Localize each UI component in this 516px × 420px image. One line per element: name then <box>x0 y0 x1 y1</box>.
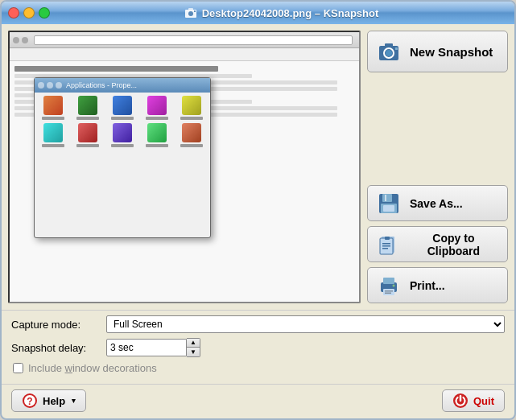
titlebar: Desktop24042008.png – KSnapshot <box>2 2 514 24</box>
svg-rect-17 <box>382 243 390 245</box>
inner-popup-window: Applications - Prope... <box>34 77 211 238</box>
snapshot-delay-label: Snapshot delay: <box>11 342 100 354</box>
grid-icon-1 <box>38 96 69 120</box>
save-as-button[interactable]: Save As... <box>367 185 508 221</box>
app-icon <box>78 96 97 115</box>
inner-window-title: Applications - Prope... <box>66 81 137 89</box>
window-controls <box>8 7 50 19</box>
capture-mode-label: Capture mode: <box>11 319 100 331</box>
svg-rect-3 <box>194 10 196 12</box>
app-icon <box>43 123 63 142</box>
print-label: Print... <box>410 279 445 292</box>
spinbox-buttons: ▲ ▼ <box>187 338 200 357</box>
help-dropdown-arrow: ▾ <box>72 397 76 405</box>
browser-dot-2 <box>22 37 28 43</box>
save-as-label: Save As... <box>410 197 463 210</box>
app-label <box>76 144 99 147</box>
include-decorations-checkbox[interactable] <box>13 363 23 373</box>
new-snapshot-button[interactable]: New Snapshot <box>367 31 508 72</box>
svg-rect-7 <box>385 43 393 47</box>
inner-dot-3 <box>56 82 62 89</box>
inner-dot-1 <box>38 82 44 89</box>
clipboard-icon <box>376 232 400 257</box>
browser-addressbar <box>34 35 353 45</box>
print-button[interactable]: Print... <box>367 267 508 303</box>
app-label <box>76 117 99 120</box>
close-button[interactable] <box>8 7 19 19</box>
app-icon <box>43 96 63 115</box>
app-icon <box>147 96 167 115</box>
app-icon <box>113 96 132 115</box>
inner-dot-2 <box>47 82 53 89</box>
decorations-row: Include window decorations <box>11 362 505 374</box>
svg-point-25 <box>393 284 395 286</box>
app-icon <box>113 123 132 142</box>
browser-content: Applications - Prope... <box>10 48 359 302</box>
svg-point-6 <box>386 50 392 56</box>
save-icon <box>376 191 402 216</box>
quit-button[interactable]: Quit <box>442 389 505 412</box>
footer: ? Help ▾ Quit <box>2 384 514 418</box>
help-icon: ? <box>22 393 38 409</box>
svg-rect-18 <box>382 245 390 247</box>
snapshot-icon <box>376 39 402 64</box>
app-label <box>42 117 64 120</box>
svg-rect-22 <box>383 289 394 295</box>
grid-icon-2 <box>72 96 104 120</box>
app-icon <box>78 123 97 142</box>
app-label <box>42 144 64 147</box>
new-snapshot-label: New Snapshot <box>410 45 493 59</box>
settings-section: Capture mode: Full Screen Snapshot delay… <box>2 310 514 384</box>
help-button[interactable]: ? Help ▾ <box>11 389 86 412</box>
app-label <box>146 117 168 120</box>
copy-clipboard-label: Copy to Clipboard <box>408 232 499 257</box>
grid-icon-9 <box>141 123 172 147</box>
capture-mode-select[interactable]: Full Screen <box>106 315 505 333</box>
maximize-button[interactable] <box>39 7 50 19</box>
quit-icon <box>452 393 469 409</box>
grid-icon-10 <box>175 123 207 147</box>
svg-rect-24 <box>385 292 391 294</box>
app-icon <box>147 123 167 142</box>
svg-rect-10 <box>382 194 392 202</box>
camera-icon <box>184 6 197 19</box>
svg-rect-11 <box>385 195 386 201</box>
svg-rect-13 <box>383 205 394 212</box>
spacer <box>367 77 508 180</box>
clipboard-icon-svg <box>377 233 399 256</box>
window-title: Desktop24042008.png – KSnapshot <box>55 6 508 19</box>
spin-up-button[interactable]: ▲ <box>187 339 200 348</box>
snapshot-delay-row: Snapshot delay: ▲ ▼ <box>11 338 505 357</box>
svg-rect-16 <box>385 237 390 240</box>
app-icon <box>182 123 201 142</box>
app-grid <box>35 93 210 150</box>
app-label <box>180 117 203 120</box>
browser-page: Applications - Prope... <box>10 61 359 302</box>
right-panel: New Snapshot Save As... <box>367 31 508 303</box>
grid-icon-8 <box>107 123 138 147</box>
svg-rect-23 <box>385 290 393 292</box>
app-icon <box>182 96 201 115</box>
inner-window-titlebar: Applications - Prope... <box>35 78 210 93</box>
app-label <box>111 117 134 120</box>
browser-preview: Applications - Prope... <box>10 32 359 302</box>
print-icon <box>376 273 402 299</box>
camera-icon-large <box>378 40 400 63</box>
capture-mode-row: Capture mode: Full Screen <box>11 315 505 333</box>
main-content: Applications - Prope... <box>2 24 514 310</box>
svg-rect-2 <box>188 8 193 10</box>
svg-rect-21 <box>383 278 394 284</box>
grid-icon-3 <box>107 96 138 120</box>
snapshot-delay-input[interactable] <box>106 339 187 356</box>
grid-icon-4 <box>141 96 172 120</box>
spin-down-button[interactable]: ▼ <box>187 348 200 356</box>
printer-icon <box>378 274 400 297</box>
app-label <box>146 144 168 147</box>
svg-point-1 <box>188 11 193 16</box>
minimize-button[interactable] <box>23 7 35 19</box>
main-window: Desktop24042008.png – KSnapshot <box>0 0 516 420</box>
grid-icon-6 <box>38 123 69 147</box>
svg-text:?: ? <box>27 396 32 407</box>
copy-clipboard-button[interactable]: Copy to Clipboard <box>367 226 508 262</box>
quit-label: Quit <box>473 395 494 407</box>
